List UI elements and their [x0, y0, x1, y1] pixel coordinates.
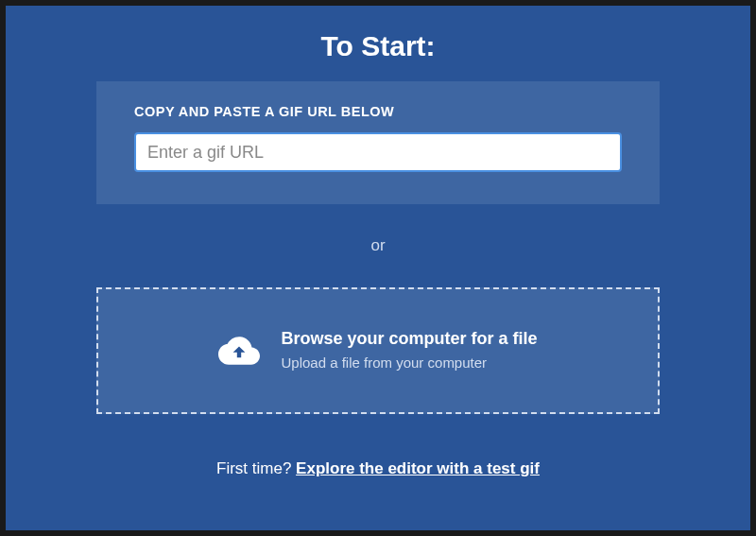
page-title: To Start: [320, 30, 435, 62]
gif-url-input[interactable] [134, 132, 622, 172]
cloud-upload-icon [218, 330, 260, 372]
explore-test-gif-link[interactable]: Explore the editor with a test gif [296, 459, 540, 477]
file-upload-dropzone[interactable]: Browse your computer for a file Upload a… [96, 287, 660, 414]
upload-content: Browse your computer for a file Upload a… [218, 327, 537, 373]
url-input-label: COPY AND PASTE A GIF URL BELOW [134, 104, 622, 119]
url-input-section: COPY AND PASTE A GIF URL BELOW [96, 81, 660, 204]
upload-title: Browse your computer for a file [281, 327, 537, 351]
or-divider: or [370, 236, 385, 255]
footer-prefix: First time? [216, 459, 296, 477]
start-panel: To Start: COPY AND PASTE A GIF URL BELOW… [6, 6, 750, 530]
upload-text-group: Browse your computer for a file Upload a… [281, 327, 537, 373]
upload-subtitle: Upload a file from your computer [281, 352, 537, 374]
footer-text: First time? Explore the editor with a te… [216, 459, 540, 478]
